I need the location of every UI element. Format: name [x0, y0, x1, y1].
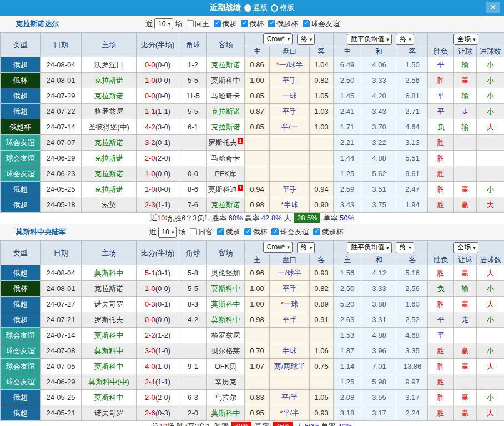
col-euro-draw: 和	[361, 254, 397, 265]
home-team: 沃罗涅日	[82, 57, 137, 73]
goals-result-cell: 小	[477, 390, 504, 405]
result-cell: 平	[428, 88, 454, 104]
result-cell: 胜	[428, 359, 454, 374]
same-away-checkbox[interactable]	[190, 228, 197, 235]
col-type: 类型	[1, 33, 41, 57]
match-date: 24-06-29	[41, 374, 82, 390]
euro-draw-odds: 5.62	[361, 166, 397, 182]
summary-part: 大:	[294, 422, 305, 426]
col-goals: 进球数	[477, 254, 504, 265]
away-team: 罗斯托夫1	[207, 135, 245, 151]
asia-home-odds	[245, 328, 270, 343]
goals-result-cell: 大	[477, 265, 504, 281]
league-checkbox[interactable]	[214, 20, 221, 27]
asia-final-select[interactable]: 终▾	[297, 34, 315, 45]
asia-final-select[interactable]: 终▾	[297, 242, 315, 253]
asia-company-select[interactable]: Crow*▾	[263, 33, 293, 44]
match-count-select[interactable]: 10▾	[154, 18, 173, 29]
league-filter-0[interactable]: 俄超	[217, 227, 240, 237]
league-checkbox[interactable]	[303, 20, 310, 27]
euro-draw-odds: 3.22	[361, 135, 397, 151]
asia-home-odds: 1.00	[245, 73, 270, 88]
type-badge: 俄超	[1, 104, 41, 119]
result-group: 全场▾	[428, 241, 504, 254]
goals-result-cell: 大	[477, 359, 504, 374]
away-team: 格罗兹尼	[207, 328, 245, 343]
league-filter-0[interactable]: 俄超	[214, 19, 236, 29]
euro-final-select[interactable]: 终▾	[396, 34, 414, 45]
summary-part: 10	[157, 214, 165, 222]
summary-part: 近	[152, 422, 159, 426]
asia-home-odds: 0.98	[245, 312, 270, 328]
asia-home-odds: 1.07	[245, 359, 270, 374]
league-filter-3[interactable]: 球会友谊	[303, 19, 340, 29]
col-euro-away: 客	[397, 254, 428, 265]
result-cell: 胜	[428, 182, 454, 197]
corners: 8-6	[179, 182, 207, 197]
euro-away-odds: 1.60	[397, 297, 428, 312]
euro-company-select[interactable]: 胜平负均值▾	[347, 34, 392, 45]
euro-company-select[interactable]: 胜平负均值▾	[347, 242, 392, 253]
euro-home-odds: 2.21	[334, 135, 361, 151]
corners	[179, 328, 207, 343]
type-badge: 俄超	[1, 297, 41, 312]
goal-scope-select[interactable]: 全场▾	[453, 34, 478, 45]
league-filter-2[interactable]: 球会友谊	[271, 227, 309, 237]
goals-result-cell: 小	[477, 57, 504, 73]
handicap: 两/两球半	[270, 359, 310, 374]
handicap-result-cell: 赢	[454, 405, 477, 421]
home-team: 圣彼得堡(中)	[82, 119, 137, 135]
col-give: 让球	[454, 46, 477, 57]
layout-vertical-radio[interactable]	[244, 4, 251, 12]
team2-summary: 近10场,胜7平2负1, 胜率:70% 赢率:75% 大:50% 单率:40%	[0, 421, 504, 426]
league-filter-3[interactable]: 俄超杯	[313, 227, 343, 237]
type-badge: 俄超	[1, 197, 41, 213]
score: 1-0(0-0)	[137, 73, 179, 88]
league-checkbox[interactable]	[217, 228, 224, 235]
league-filter-1[interactable]: 俄杯	[241, 19, 264, 29]
same-away-filter[interactable]: 同客	[190, 227, 213, 237]
league-filter-1[interactable]: 俄杯	[244, 227, 267, 237]
same-home-checkbox[interactable]	[187, 20, 194, 27]
col-asia-home: 主	[245, 46, 270, 57]
corners: 5-8	[179, 265, 207, 281]
score: 0-0(0-0)	[137, 88, 179, 104]
euro-draw-odds: 3.70	[361, 119, 397, 135]
match-row: 俄超杯24-07-14圣彼得堡(中)4-2(3-0)6-1克拉斯诺0.85半/一…	[1, 119, 504, 135]
goals-result-cell: 小	[477, 281, 504, 297]
euro-draw-odds: 5.98	[361, 374, 397, 390]
handicap-result-cell	[454, 328, 477, 343]
type-badge: 俄超	[1, 182, 41, 197]
asia-away-odds	[310, 151, 334, 166]
euro-home-odds: 5.20	[334, 297, 361, 312]
match-row: 球会友谊24-07-07克拉斯诺3-2(0-1)罗斯托夫12.213.223.1…	[1, 135, 504, 151]
euro-final-select[interactable]: 终▾	[396, 242, 414, 253]
layout-horizontal-radio[interactable]	[271, 4, 278, 12]
euro-home-odds: 1.56	[334, 265, 361, 281]
summary-part: 场,胜7平2负1, 胜率:	[167, 422, 230, 426]
match-date: 24-07-14	[41, 119, 82, 135]
league-checkbox[interactable]	[244, 228, 251, 235]
result-cell: 胜	[428, 265, 454, 281]
same-home-filter[interactable]: 同主	[187, 19, 209, 29]
close-icon[interactable]: ✕	[486, 2, 500, 13]
euro-away-odds: 2.56	[397, 281, 428, 297]
result-group: 全场▾	[428, 33, 504, 46]
league-filter-2[interactable]: 俄超杯	[268, 19, 298, 29]
chevron-down-icon: ▾	[473, 37, 476, 42]
match-count-select[interactable]: 10▾	[158, 227, 177, 238]
asia-company-select[interactable]: Crow*▾	[263, 242, 293, 253]
result-cell: 胜	[428, 343, 454, 359]
handicap: 半/一	[270, 119, 310, 135]
goal-scope-select[interactable]: 全场▾	[453, 242, 478, 253]
euro-draw-odds: 7.01	[361, 359, 397, 374]
league-checkbox[interactable]	[271, 228, 279, 235]
handicap-result-cell: 赢	[454, 265, 477, 281]
league-checkbox[interactable]	[313, 228, 320, 235]
league-checkbox[interactable]	[241, 20, 248, 27]
handicap-result-cell: 赢	[454, 73, 477, 88]
score: 5-1(3-1)	[137, 265, 179, 281]
euro-away-odds: 2.71	[397, 104, 428, 119]
league-checkbox[interactable]	[268, 20, 275, 27]
result-cell: 胜	[428, 166, 454, 182]
